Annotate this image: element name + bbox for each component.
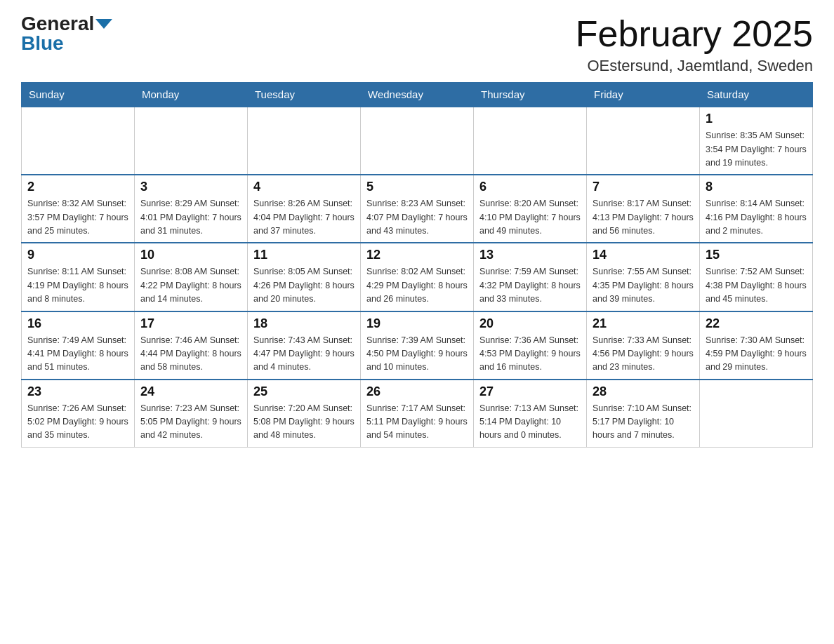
day-info: Sunrise: 8:05 AM Sunset: 4:26 PM Dayligh… bbox=[253, 265, 355, 306]
calendar-cell bbox=[135, 107, 248, 175]
day-info: Sunrise: 8:08 AM Sunset: 4:22 PM Dayligh… bbox=[140, 265, 241, 306]
day-number: 7 bbox=[593, 180, 694, 194]
day-info: Sunrise: 7:39 AM Sunset: 4:50 PM Dayligh… bbox=[366, 334, 468, 375]
calendar-cell: 20Sunrise: 7:36 AM Sunset: 4:53 PM Dayli… bbox=[474, 311, 587, 380]
calendar-cell: 17Sunrise: 7:46 AM Sunset: 4:44 PM Dayli… bbox=[135, 311, 248, 380]
day-info: Sunrise: 7:52 AM Sunset: 4:38 PM Dayligh… bbox=[706, 265, 807, 306]
day-number: 10 bbox=[140, 248, 241, 262]
day-number: 21 bbox=[593, 316, 694, 331]
calendar-header: SundayMondayTuesdayWednesdayThursdayFrid… bbox=[22, 83, 813, 107]
day-number: 4 bbox=[253, 180, 355, 194]
calendar-week-1: 1Sunrise: 8:35 AM Sunset: 3:54 PM Daylig… bbox=[22, 107, 813, 175]
day-number: 18 bbox=[253, 316, 355, 331]
day-info: Sunrise: 7:46 AM Sunset: 4:44 PM Dayligh… bbox=[140, 334, 241, 375]
calendar-cell: 2Sunrise: 8:32 AM Sunset: 3:57 PM Daylig… bbox=[22, 175, 135, 243]
day-info: Sunrise: 8:35 AM Sunset: 3:54 PM Dayligh… bbox=[706, 129, 807, 170]
day-number: 13 bbox=[479, 248, 581, 262]
month-title: February 2025 bbox=[576, 14, 813, 54]
page-header: General Blue February 2025 OEstersund, J… bbox=[21, 14, 813, 75]
calendar-week-5: 23Sunrise: 7:26 AM Sunset: 5:02 PM Dayli… bbox=[22, 380, 813, 448]
calendar-cell: 6Sunrise: 8:20 AM Sunset: 4:10 PM Daylig… bbox=[474, 175, 587, 243]
calendar-cell: 3Sunrise: 8:29 AM Sunset: 4:01 PM Daylig… bbox=[135, 175, 248, 243]
day-info: Sunrise: 7:49 AM Sunset: 4:41 PM Dayligh… bbox=[27, 334, 128, 375]
day-info: Sunrise: 7:17 AM Sunset: 5:11 PM Dayligh… bbox=[366, 402, 468, 443]
day-info: Sunrise: 7:23 AM Sunset: 5:05 PM Dayligh… bbox=[140, 402, 241, 443]
day-number: 27 bbox=[479, 384, 581, 399]
day-info: Sunrise: 7:43 AM Sunset: 4:47 PM Dayligh… bbox=[253, 334, 355, 375]
logo-arrow-icon bbox=[95, 19, 112, 29]
calendar-cell: 23Sunrise: 7:26 AM Sunset: 5:02 PM Dayli… bbox=[22, 380, 135, 448]
weekday-header-sunday: Sunday bbox=[22, 83, 135, 107]
day-number: 15 bbox=[706, 248, 807, 262]
day-number: 6 bbox=[479, 180, 581, 194]
day-number: 12 bbox=[366, 248, 468, 262]
weekday-header-thursday: Thursday bbox=[474, 83, 587, 107]
calendar-cell: 19Sunrise: 7:39 AM Sunset: 4:50 PM Dayli… bbox=[361, 311, 474, 380]
day-info: Sunrise: 8:17 AM Sunset: 4:13 PM Dayligh… bbox=[593, 197, 694, 238]
day-number: 3 bbox=[140, 180, 241, 194]
day-number: 20 bbox=[479, 316, 581, 331]
calendar-cell: 4Sunrise: 8:26 AM Sunset: 4:04 PM Daylig… bbox=[248, 175, 361, 243]
location-text: OEstersund, Jaemtland, Sweden bbox=[576, 57, 813, 75]
calendar-cell: 1Sunrise: 8:35 AM Sunset: 3:54 PM Daylig… bbox=[700, 107, 813, 175]
calendar-cell: 12Sunrise: 8:02 AM Sunset: 4:29 PM Dayli… bbox=[361, 243, 474, 311]
calendar-cell bbox=[474, 107, 587, 175]
calendar-body: 1Sunrise: 8:35 AM Sunset: 3:54 PM Daylig… bbox=[22, 107, 813, 447]
calendar-cell: 27Sunrise: 7:13 AM Sunset: 5:14 PM Dayli… bbox=[474, 380, 587, 448]
calendar-week-3: 9Sunrise: 8:11 AM Sunset: 4:19 PM Daylig… bbox=[22, 243, 813, 311]
calendar-cell: 21Sunrise: 7:33 AM Sunset: 4:56 PM Dayli… bbox=[587, 311, 700, 380]
logo-blue-text: Blue bbox=[21, 34, 64, 53]
calendar-cell: 14Sunrise: 7:55 AM Sunset: 4:35 PM Dayli… bbox=[587, 243, 700, 311]
day-number: 22 bbox=[706, 316, 807, 331]
title-section: February 2025 OEstersund, Jaemtland, Swe… bbox=[576, 14, 813, 75]
day-number: 23 bbox=[27, 384, 128, 399]
calendar-cell: 8Sunrise: 8:14 AM Sunset: 4:16 PM Daylig… bbox=[700, 175, 813, 243]
day-info: Sunrise: 8:11 AM Sunset: 4:19 PM Dayligh… bbox=[27, 265, 128, 306]
weekday-header-monday: Monday bbox=[135, 83, 248, 107]
calendar-cell: 5Sunrise: 8:23 AM Sunset: 4:07 PM Daylig… bbox=[361, 175, 474, 243]
calendar-week-4: 16Sunrise: 7:49 AM Sunset: 4:41 PM Dayli… bbox=[22, 311, 813, 380]
day-info: Sunrise: 8:32 AM Sunset: 3:57 PM Dayligh… bbox=[27, 197, 128, 238]
weekday-header-row: SundayMondayTuesdayWednesdayThursdayFrid… bbox=[22, 83, 813, 107]
day-number: 2 bbox=[27, 180, 128, 194]
calendar-cell: 11Sunrise: 8:05 AM Sunset: 4:26 PM Dayli… bbox=[248, 243, 361, 311]
calendar-cell bbox=[700, 380, 813, 448]
day-info: Sunrise: 7:36 AM Sunset: 4:53 PM Dayligh… bbox=[479, 334, 581, 375]
day-number: 5 bbox=[366, 180, 468, 194]
day-number: 11 bbox=[253, 248, 355, 262]
day-info: Sunrise: 8:23 AM Sunset: 4:07 PM Dayligh… bbox=[366, 197, 468, 238]
day-number: 19 bbox=[366, 316, 468, 331]
day-info: Sunrise: 7:20 AM Sunset: 5:08 PM Dayligh… bbox=[253, 402, 355, 443]
day-info: Sunrise: 8:29 AM Sunset: 4:01 PM Dayligh… bbox=[140, 197, 241, 238]
calendar-cell: 15Sunrise: 7:52 AM Sunset: 4:38 PM Dayli… bbox=[700, 243, 813, 311]
calendar-cell bbox=[587, 107, 700, 175]
day-info: Sunrise: 7:30 AM Sunset: 4:59 PM Dayligh… bbox=[706, 334, 807, 375]
calendar-cell: 16Sunrise: 7:49 AM Sunset: 4:41 PM Dayli… bbox=[22, 311, 135, 380]
day-number: 14 bbox=[593, 248, 694, 262]
day-info: Sunrise: 8:02 AM Sunset: 4:29 PM Dayligh… bbox=[366, 265, 468, 306]
day-number: 16 bbox=[27, 316, 128, 331]
day-info: Sunrise: 7:10 AM Sunset: 5:17 PM Dayligh… bbox=[593, 402, 694, 443]
calendar-week-2: 2Sunrise: 8:32 AM Sunset: 3:57 PM Daylig… bbox=[22, 175, 813, 243]
day-info: Sunrise: 7:26 AM Sunset: 5:02 PM Dayligh… bbox=[27, 402, 128, 443]
day-number: 28 bbox=[593, 384, 694, 399]
calendar-table: SundayMondayTuesdayWednesdayThursdayFrid… bbox=[21, 82, 813, 448]
day-number: 9 bbox=[27, 248, 128, 262]
weekday-header-tuesday: Tuesday bbox=[248, 83, 361, 107]
day-number: 26 bbox=[366, 384, 468, 399]
day-number: 25 bbox=[253, 384, 355, 399]
calendar-cell bbox=[361, 107, 474, 175]
weekday-header-wednesday: Wednesday bbox=[361, 83, 474, 107]
day-info: Sunrise: 7:13 AM Sunset: 5:14 PM Dayligh… bbox=[479, 402, 581, 443]
day-info: Sunrise: 8:14 AM Sunset: 4:16 PM Dayligh… bbox=[706, 197, 807, 238]
day-number: 8 bbox=[706, 180, 807, 194]
calendar-cell: 7Sunrise: 8:17 AM Sunset: 4:13 PM Daylig… bbox=[587, 175, 700, 243]
day-info: Sunrise: 7:59 AM Sunset: 4:32 PM Dayligh… bbox=[479, 265, 581, 306]
calendar-cell: 10Sunrise: 8:08 AM Sunset: 4:22 PM Dayli… bbox=[135, 243, 248, 311]
day-info: Sunrise: 8:20 AM Sunset: 4:10 PM Dayligh… bbox=[479, 197, 581, 238]
day-number: 1 bbox=[706, 112, 807, 126]
calendar-cell: 28Sunrise: 7:10 AM Sunset: 5:17 PM Dayli… bbox=[587, 380, 700, 448]
calendar-cell: 13Sunrise: 7:59 AM Sunset: 4:32 PM Dayli… bbox=[474, 243, 587, 311]
calendar-cell bbox=[22, 107, 135, 175]
day-number: 17 bbox=[140, 316, 241, 331]
